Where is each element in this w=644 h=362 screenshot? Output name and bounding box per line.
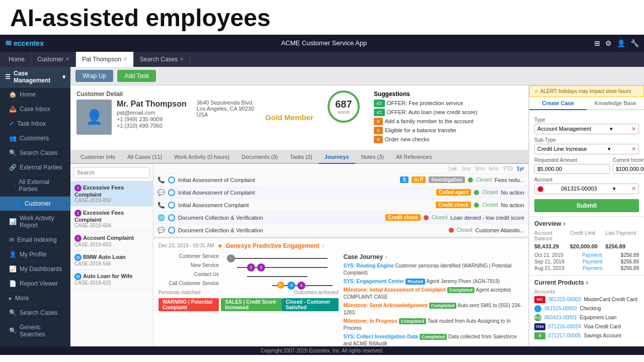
case-form: Type Account Management ▾ ✕ Sub-Type Cre… — [529, 110, 644, 216]
sidebar-item-external-parties[interactable]: 🔗External Parties — [0, 160, 70, 175]
log-row-3: Milestone: Initial Assessment of Complai… — [344, 287, 524, 301]
suggestion-5[interactable]: ≡ Order new checks — [374, 136, 522, 143]
task-inbox-icon: ✓ — [9, 120, 14, 127]
time-filter-1mo[interactable]: 1mo — [461, 166, 471, 171]
tab-customer[interactable]: Customer ✕ — [31, 52, 76, 67]
sidebar-item-search-cases-2[interactable]: 🔍Search Cases — [0, 306, 70, 320]
tab-pat-thompson[interactable]: Pat Thompson ✕ — [76, 52, 134, 67]
footer: Copyright 2007-2020 Eccentex, Inc. All r… — [0, 346, 644, 355]
sidebar-label-work-activity: Work Activity Report — [20, 215, 65, 229]
customer-phone1: +1 (949) 235-9009 — [117, 116, 187, 122]
grid-icon[interactable]: ⊞ — [594, 39, 600, 47]
step-circle-5 — [168, 227, 175, 234]
sidebar-item-my-profile[interactable]: 👤My Profile — [0, 247, 70, 262]
time-filter-3mo[interactable]: 3mo — [475, 166, 485, 171]
case-item-5[interactable]: ⊙Auto Loan for Wife CASE-2019-625 — [70, 270, 153, 289]
close-pat-tab[interactable]: ✕ — [123, 56, 127, 62]
suggestion-4[interactable]: ≡ Eligible for a balance transfer — [374, 127, 522, 134]
amount-income-row: Requested Amount Current Income — [534, 154, 639, 174]
tab-notes[interactable]: Notes (3) — [355, 151, 390, 164]
type-clear-button[interactable]: ✕ — [631, 126, 636, 132]
suggestion-2[interactable]: 🏷 OFFER: Auto loan (new credit score) — [374, 109, 522, 116]
suggestion-3[interactable]: ≡ Add a family member to the account — [374, 118, 522, 125]
search-cases-icon: 🔍 — [9, 149, 17, 156]
step-label-5: Document Collection & Verification — [178, 227, 446, 233]
subtype-label: Sub-Type — [534, 137, 639, 143]
time-filter-ytd[interactable]: YTD — [503, 166, 513, 171]
footer-text: Copyright 2007-2020 Eccentex, Inc. All r… — [261, 348, 383, 353]
account-balance-label: Account Balance — [534, 230, 568, 241]
left-center: Customer Detail 👤 Mr. Pat Thompson pat@e… — [70, 85, 528, 346]
sidebar-item-generic-searches[interactable]: 🔍Generic Searches — [0, 320, 70, 342]
current-income-input[interactable] — [613, 164, 644, 174]
chevron-right-products[interactable]: › — [586, 279, 588, 286]
sidebar-item-all-external[interactable]: ·All External Parties — [0, 175, 70, 197]
case-search-input[interactable] — [73, 167, 150, 178]
chevron-down-icon[interactable]: ▾ — [62, 73, 65, 80]
sidebar-item-task-inbox[interactable]: ✓Task Inbox — [0, 117, 70, 131]
suggestion-label-2: OFFER: Auto loan (new credit score) — [387, 109, 477, 115]
subtype-clear-button[interactable]: ✕ — [631, 146, 636, 152]
sidebar-item-customers[interactable]: 👥Customers — [0, 131, 70, 146]
subtype-select[interactable]: Credit Line Increase ▾ ✕ — [534, 144, 639, 154]
sidebar-item-more[interactable]: ▸More — [0, 291, 70, 306]
journey-row-2: 💬 Initial Assessment of Complaint Called… — [153, 187, 528, 199]
chevron-right-overview[interactable]: › — [563, 220, 565, 227]
step-label-1: Initial Assessment of Complaint — [178, 177, 397, 183]
savings-icon: $ — [534, 332, 545, 339]
account-select[interactable]: ⬤ 061315-00003 ▾ ✕ — [534, 184, 639, 194]
tab-tasks[interactable]: Tasks (2) — [284, 151, 318, 164]
log-badge-completed-1: Completed — [447, 287, 475, 293]
product-row-5: $ 071217-00005 Savings Account — [534, 332, 639, 339]
tab-work-activity[interactable]: Work Activity (0 hours) — [168, 151, 235, 164]
user-avatar[interactable]: 👤 — [617, 39, 625, 47]
type-select[interactable]: Account Management ▾ ✕ — [534, 124, 639, 134]
right-tab-knowledge-base[interactable]: Knowledge Base — [587, 97, 644, 110]
tab-all-references[interactable]: All References — [390, 151, 438, 164]
submit-button[interactable]: Submit — [534, 199, 639, 212]
sidebar-item-report-viewer[interactable]: 📄Report Viewer — [0, 277, 70, 291]
status-dot-4 — [424, 215, 429, 220]
requested-amount-input[interactable] — [534, 164, 610, 174]
sidebar-item-case-inbox[interactable]: 📥Case Inbox — [0, 102, 70, 117]
wrap-up-button[interactable]: Wrap Up — [75, 70, 113, 82]
customer-country: USA — [197, 112, 254, 118]
case-item-1[interactable]: !Excessive Fees Complaint CASE-2019-850 — [70, 182, 153, 207]
right-tab-create-case[interactable]: Create Case — [529, 97, 587, 110]
tab-customer-info[interactable]: Customer Info — [74, 151, 121, 164]
account-clear-button[interactable]: ✕ — [631, 186, 636, 192]
tab-all-cases[interactable]: All Cases (11) — [121, 151, 168, 164]
tab-home[interactable]: Home — [3, 52, 31, 67]
chat-icon-2: 💬 — [157, 189, 165, 196]
suggestion-1[interactable]: 🏷 OFFER: Fee protection service — [374, 100, 522, 107]
close-customer-tab[interactable]: ✕ — [65, 56, 69, 62]
add-task-button[interactable]: Add Task — [117, 70, 156, 82]
settings-icon[interactable]: ⚙ — [605, 39, 612, 47]
last-payment-label: Last Payment — [605, 230, 639, 241]
case-journey-label: Case Journey — [344, 253, 383, 260]
log-milestone-3: Milestone: In Progress — [344, 318, 397, 324]
badge-inp: In P — [412, 176, 426, 183]
result-3: No action — [501, 202, 524, 208]
sidebar-item-home[interactable]: 🏠Home — [0, 87, 70, 102]
sidebar-item-email-indexing[interactable]: ✉Email Indexing — [0, 233, 70, 247]
time-filter-1wk[interactable]: 1wk — [448, 166, 457, 171]
action-icon-1: ≡ — [374, 118, 383, 125]
sidebar-item-work-activity[interactable]: 📊Work Activity Report — [0, 211, 70, 233]
time-filter-6mo[interactable]: 6mo — [489, 166, 499, 171]
sidebar-label-case-inbox: Case Inbox — [20, 106, 50, 113]
close-search-tab[interactable]: ✕ — [180, 56, 184, 62]
tab-journeys[interactable]: Journeys — [318, 151, 355, 164]
tab-search-cases[interactable]: Search Cases ✕ — [134, 52, 190, 67]
case-item-4[interactable]: ⊙BMW Auto Loan CASE-2019-546 — [70, 251, 153, 270]
case-item-3[interactable]: !Account Complaint CASE-2019-603 — [70, 232, 153, 251]
sidebar-item-search-cases[interactable]: 🔍Search Cases — [0, 146, 70, 160]
sidebar-item-my-dashboards[interactable]: 📈My Dashboards — [0, 262, 70, 277]
tools-icon[interactable]: 🔧 — [630, 39, 639, 47]
sidebar-item-customer[interactable]: 👤Customer — [0, 197, 70, 211]
case-item-2[interactable]: !Excessive Fees Complaint CASE-2019-604 — [70, 207, 153, 232]
time-filter-1yr[interactable]: 1yr — [517, 166, 524, 171]
customer-email: pat@email.com — [117, 110, 187, 116]
equipment-icon: EQ — [534, 314, 541, 321]
tab-documents[interactable]: Documents (3) — [235, 151, 284, 164]
